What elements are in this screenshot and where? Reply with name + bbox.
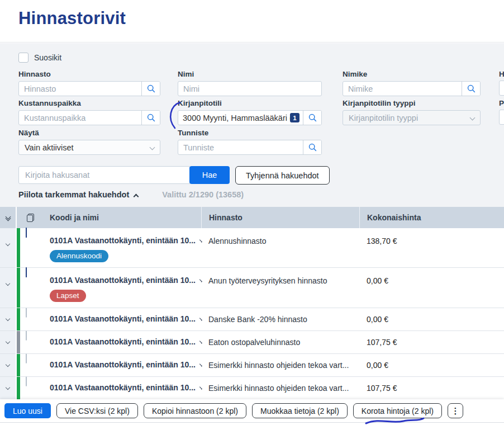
- search-icon: [146, 84, 156, 93]
- row-checkbox[interactable]: [26, 376, 27, 386]
- select-all-icon[interactable]: [27, 214, 34, 222]
- table-row[interactable]: 0101A Vastaanottokäynti, enintään 10...A…: [17, 228, 504, 268]
- nimi-label: Nimi: [178, 70, 194, 78]
- column-header-code[interactable]: Koodi ja nimi: [44, 207, 201, 228]
- hinnasto-field: [18, 81, 160, 96]
- tunniste-input[interactable]: [178, 140, 303, 154]
- row-expand-toggle[interactable]: [0, 331, 16, 354]
- cutoff-input-bottom[interactable]: [499, 110, 504, 125]
- row-hinnasto: Esimerkki hinnasto ohjeiden tekoa vart..…: [201, 354, 359, 376]
- nimike-search-button[interactable]: [462, 82, 480, 96]
- action-button[interactable]: Kopioi hinnastoon (2 kpl): [144, 403, 246, 418]
- row-code-link[interactable]: 0101A Vastaanottokäynti, enintään 10...: [50, 236, 196, 245]
- table-body: 0101A Vastaanottokäynti, enintään 10...A…: [17, 228, 504, 400]
- row-code-link[interactable]: 0101A Vastaanottokäynti, enintään 10...: [50, 314, 196, 323]
- row-price: 107,75 €: [359, 331, 504, 353]
- tunniste-search-button[interactable]: [303, 140, 321, 154]
- kustannuspaikka-search-button[interactable]: [141, 111, 160, 125]
- page-title: Hinnastorivit: [18, 8, 504, 29]
- search-icon: [308, 113, 317, 122]
- nimi-input[interactable]: [178, 82, 321, 96]
- kustannuspaikka-input[interactable]: [19, 111, 141, 125]
- row-price: 138,70 €: [359, 228, 504, 267]
- row-hinnasto: Eaton ostopalveluhinnasto: [201, 331, 359, 353]
- favorites-checkbox[interactable]: [18, 53, 28, 63]
- row-price: 0,00 €: [359, 354, 504, 376]
- hide-advanced-filters-toggle[interactable]: Piilota tarkemmat hakuehdot: [18, 190, 138, 199]
- row-hinnasto: Esimerkki hinnasto ohjeiden tekoa vart..…: [201, 377, 359, 399]
- hinnasto-input[interactable]: [19, 82, 141, 96]
- chevron-down-icon: [470, 115, 476, 121]
- kirjanpitotilin-tyyppi-label: Kirjanpitotilin tyyppi: [343, 99, 416, 107]
- row-hinnasto: Anun työterveysyrityksen hinnasto: [201, 268, 359, 308]
- nimike-field: [343, 81, 481, 96]
- row-price: 0,00 €: [359, 268, 504, 308]
- action-button[interactable]: Vie CSV:ksi (2 kpl): [56, 403, 138, 418]
- kirjanpitotilin-tyyppi-placeholder: Kirjanpitotilin tyyppi: [349, 114, 470, 122]
- search-icon: [308, 143, 317, 152]
- more-actions-button[interactable]: ⋮: [448, 403, 463, 418]
- row-expand-toggle[interactable]: [0, 377, 16, 400]
- chevron-down-icon: [6, 317, 10, 321]
- filter-panel: Suosikit Hinnasto Nimi Nimike Kustannusp…: [0, 43, 504, 207]
- column-header-hinnasto[interactable]: Hinnasto: [201, 207, 359, 228]
- nimi-field: [178, 81, 322, 96]
- cutoff-field-top: H: [499, 70, 504, 96]
- table-header-row: Koodi ja nimi Hinnasto Kokonaishinta: [17, 207, 504, 228]
- favorites-label: Suosikit: [34, 53, 61, 62]
- chevron-down-icon: [6, 385, 10, 390]
- table-row[interactable]: 0101A Vastaanottokäynti, enintään 10...E…: [17, 331, 504, 354]
- expand-all-button[interactable]: [0, 207, 16, 228]
- clear-filters-button[interactable]: Tyhjennä hakuehdot: [235, 166, 330, 185]
- table-row[interactable]: 0101A Vastaanottokäynti, enintään 10...E…: [17, 354, 504, 377]
- row-code-link[interactable]: 0101A Vastaanottokäynti, enintään 10...: [50, 383, 196, 392]
- action-button[interactable]: Korota hintoja (2 kpl): [353, 403, 442, 418]
- chevron-down-icon: [6, 362, 10, 367]
- gutter-body: [0, 228, 16, 400]
- table-row[interactable]: 0101A Vastaanottokäynti, enintään 10...E…: [17, 377, 504, 400]
- chevron-down-icon: [6, 242, 10, 246]
- keyword-search-input[interactable]: [18, 166, 190, 184]
- row-checkbox[interactable]: [26, 228, 27, 238]
- row-expand-toggle[interactable]: [0, 228, 16, 268]
- page-header: Hinnastorivit: [0, 0, 504, 42]
- column-header-price[interactable]: Kokonaishinta: [359, 207, 504, 228]
- row-checkbox[interactable]: [26, 308, 27, 318]
- nimike-input[interactable]: [343, 82, 462, 96]
- row-checkbox[interactable]: [26, 353, 27, 363]
- chevron-down-icon: [6, 339, 10, 344]
- create-new-button[interactable]: Luo uusi: [4, 403, 51, 418]
- search-icon: [467, 84, 476, 93]
- tunniste-field: [178, 140, 322, 155]
- kirjanpitotilin-tyyppi-select[interactable]: Kirjanpitotilin tyyppi: [343, 110, 481, 125]
- row-code-link[interactable]: 0101A Vastaanottokäynti, enintään 10...: [50, 337, 196, 346]
- tunniste-label: Tunniste: [178, 129, 208, 137]
- cutoff-input-top[interactable]: [499, 81, 504, 96]
- row-code-link[interactable]: 0101A Vastaanottokäynti, enintään 10...: [50, 276, 196, 285]
- hinnasto-search-button[interactable]: [141, 82, 160, 96]
- kirjanpitotili-value[interactable]: 3000 Myynti, Hammaslääkäri (...: [178, 111, 290, 125]
- row-hinnasto: Alennushinnasto: [201, 228, 359, 267]
- row-expand-toggle[interactable]: [0, 268, 16, 308]
- action-bar: Luo uusi Vie CSV:ksi (2 kpl)Kopioi hinna…: [0, 399, 504, 422]
- chevron-down-icon: [6, 281, 10, 286]
- nayta-select[interactable]: Vain aktiiviset: [18, 140, 160, 155]
- table-row[interactable]: 0101A Vastaanottokäynti, enintään 10...L…: [17, 268, 504, 308]
- row-checkbox[interactable]: [26, 330, 27, 341]
- table-row[interactable]: 0101A Vastaanottokäynti, enintään 10...D…: [17, 308, 504, 331]
- row-expand-toggle[interactable]: [0, 308, 16, 331]
- row-expand-toggle[interactable]: [0, 354, 16, 377]
- search-icon: [146, 113, 156, 122]
- kirjanpitotili-search-button[interactable]: [303, 111, 321, 125]
- kirjanpitotili-label: Kirjanpitotili: [178, 99, 222, 107]
- search-button[interactable]: Hae: [189, 166, 230, 184]
- row-price: 0,00 €: [359, 308, 504, 330]
- action-button[interactable]: Muokkaa tietoja (2 kpl): [252, 403, 348, 418]
- kustannuspaikka-label: Kustannuspaikka: [18, 99, 81, 107]
- nimike-label: Nimike: [343, 70, 367, 78]
- row-checkbox[interactable]: [26, 267, 27, 277]
- row-badge: Alennuskoodi: [50, 250, 108, 262]
- row-code-link[interactable]: 0101A Vastaanottokäynti, enintään 10...: [50, 360, 196, 369]
- cutoff-field-bottom: P: [499, 99, 504, 125]
- pricelist-table: Koodi ja nimi Hinnasto Kokonaishinta 010…: [0, 207, 504, 400]
